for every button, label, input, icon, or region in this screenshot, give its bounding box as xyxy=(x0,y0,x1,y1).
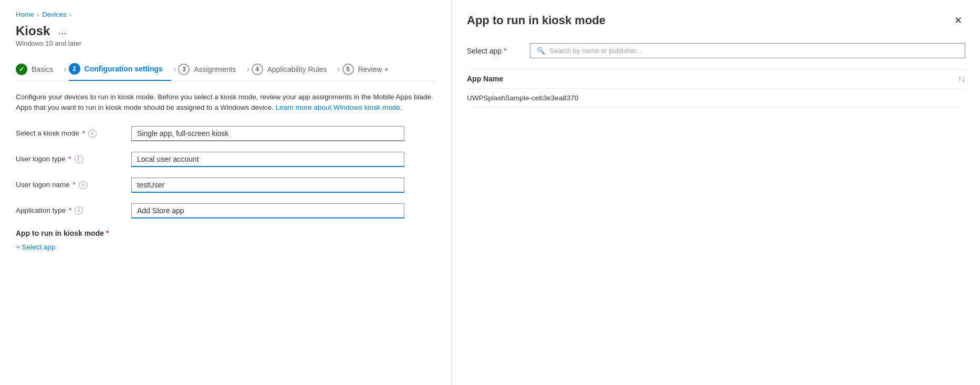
step-sep-3: › xyxy=(246,65,249,74)
search-box[interactable]: 🔍 Search by name or publisher... xyxy=(530,43,965,58)
user-logon-type-info-icon[interactable]: i xyxy=(75,155,83,163)
form-row-user-logon-name: User logon name * i xyxy=(16,178,435,193)
step-label-config: Configuration settings xyxy=(85,65,163,73)
step-circle-config: 2 xyxy=(69,63,80,75)
page-title: Kiosk xyxy=(16,24,50,38)
kiosk-mode-label: Select a kiosk mode * i xyxy=(16,126,121,138)
page-subtitle: Windows 10 and later xyxy=(16,39,435,47)
form-row-kiosk-mode: Select a kiosk mode * i xyxy=(16,126,435,141)
table-row[interactable]: UWPSplashSample-ceb3e3ea8370 xyxy=(467,89,965,108)
app-section-heading: App to run in kiosk mode * xyxy=(16,229,435,237)
user-logon-name-input[interactable] xyxy=(131,178,404,193)
step-circle-review: 5 xyxy=(342,64,354,75)
tab-configuration[interactable]: 2 Configuration settings xyxy=(69,58,171,81)
tab-assignments[interactable]: 3 Assignments xyxy=(178,58,244,80)
steps-bar: ✓ Basics › 2 Configuration settings › 3 … xyxy=(16,58,435,81)
search-placeholder: Search by name or publisher... xyxy=(549,47,642,55)
sort-icon[interactable]: ↑↓ xyxy=(958,75,965,83)
step-label-review: Review + xyxy=(358,65,389,74)
app-table: App Name ↑↓ UWPSplashSample-ceb3e3ea8370 xyxy=(467,69,965,108)
kiosk-mode-required: * xyxy=(82,129,85,137)
kiosk-mode-info-icon[interactable]: i xyxy=(88,129,97,138)
form-row-application-type: Application type * i xyxy=(16,203,435,218)
description-text: Configure your devices to run in kiosk m… xyxy=(16,92,435,113)
application-type-info-icon[interactable]: i xyxy=(75,206,83,215)
user-logon-name-label: User logon name * i xyxy=(16,178,121,189)
select-app-row: Select app * 🔍 Search by name or publish… xyxy=(467,43,965,58)
application-type-label: Application type * i xyxy=(16,203,121,215)
step-sep-2: › xyxy=(173,65,176,74)
breadcrumb-chevron1: › xyxy=(37,12,39,18)
panel-title-row: App to run in kiosk mode ✕ xyxy=(467,13,965,28)
step-label-applicability: Applicability Rules xyxy=(267,65,327,74)
breadcrumb-chevron2: › xyxy=(70,12,72,18)
tab-review[interactable]: 5 Review + xyxy=(342,58,397,80)
step-circle-basics: ✓ xyxy=(16,64,27,75)
panel-title: App to run in kiosk mode xyxy=(467,14,606,27)
select-app-label: Select app * xyxy=(467,47,519,55)
step-circle-applicability: 4 xyxy=(252,64,263,75)
close-button[interactable]: ✕ xyxy=(951,13,965,28)
user-logon-type-required: * xyxy=(69,155,71,163)
step-sep-1: › xyxy=(64,65,66,74)
user-logon-name-required: * xyxy=(73,181,76,189)
kiosk-mode-input[interactable] xyxy=(131,126,404,141)
breadcrumb-home[interactable]: Home xyxy=(16,11,34,18)
search-icon: 🔍 xyxy=(537,47,545,55)
breadcrumb: Home › Devices › xyxy=(16,11,435,18)
left-panel: Home › Devices › Kiosk ... Windows 10 an… xyxy=(0,0,452,385)
app-name-cell: UWPSplashSample-ceb3e3ea8370 xyxy=(467,94,578,102)
select-app-button[interactable]: + Select app xyxy=(16,243,55,251)
application-type-input[interactable] xyxy=(131,203,404,218)
step-label-assignments: Assignments xyxy=(194,65,236,74)
page-title-row: Kiosk ... xyxy=(16,24,435,38)
app-section-required: * xyxy=(106,229,109,237)
right-panel: App to run in kiosk mode ✕ Select app * … xyxy=(452,0,980,385)
breadcrumb-devices[interactable]: Devices xyxy=(42,11,66,18)
tab-applicability[interactable]: 4 Applicability Rules xyxy=(252,58,336,80)
app-table-column-header: App Name xyxy=(467,75,503,83)
app-table-header: App Name ↑↓ xyxy=(467,69,965,89)
tab-basics[interactable]: ✓ Basics xyxy=(16,58,61,80)
step-circle-assignments: 3 xyxy=(178,64,190,75)
user-logon-type-label: User logon type * i xyxy=(16,152,121,163)
ellipsis-button[interactable]: ... xyxy=(55,25,69,38)
step-label-basics: Basics xyxy=(32,65,53,74)
step-sep-4: › xyxy=(337,65,340,74)
user-logon-type-input[interactable] xyxy=(131,152,404,167)
application-type-required: * xyxy=(69,206,71,214)
user-logon-name-info-icon[interactable]: i xyxy=(79,181,87,189)
select-app-required: * xyxy=(504,47,506,55)
learn-more-link[interactable]: Learn more about Windows kiosk mode xyxy=(276,103,400,111)
form-row-user-logon-type: User logon type * i xyxy=(16,152,435,167)
